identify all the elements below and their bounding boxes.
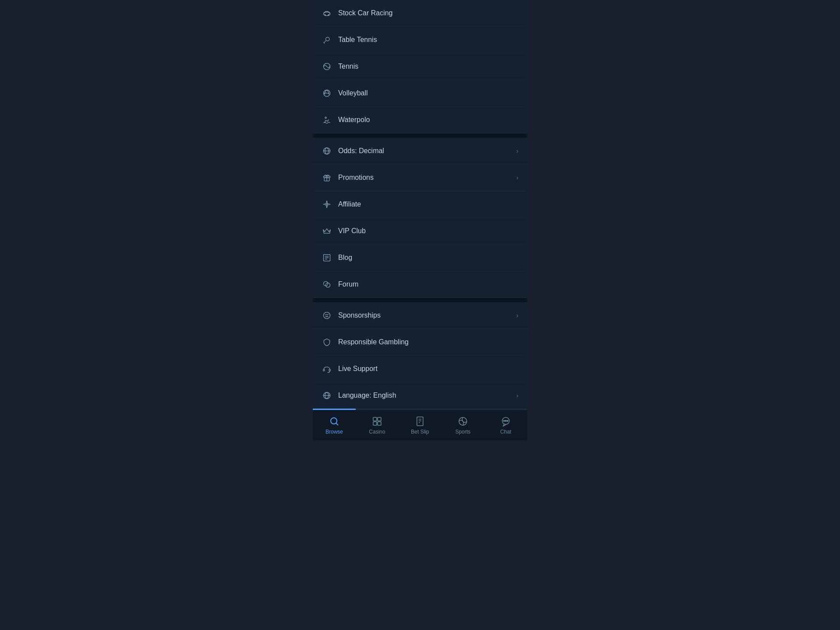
svg-point-3 (326, 37, 329, 41)
browse-icon (329, 416, 340, 427)
table-tennis-icon (322, 35, 332, 45)
sponsorships-chevron: › (516, 312, 518, 319)
menu-item-tennis[interactable]: Tennis (313, 53, 527, 80)
menu-item-live-support[interactable]: Live Support (313, 356, 527, 382)
waterpolo-icon (322, 115, 332, 125)
language-chevron: › (516, 392, 518, 399)
svg-point-2 (328, 14, 329, 16)
menu-label-odds-decimal: Odds: Decimal (338, 147, 516, 155)
menu-item-affiliate[interactable]: Affiliate (313, 191, 527, 218)
nav-item-sports[interactable]: Sports (441, 410, 484, 441)
svg-point-26 (331, 418, 337, 424)
nav-item-browse[interactable]: Browse (313, 409, 356, 441)
svg-rect-28 (373, 417, 377, 421)
menu-label-table-tennis: Table Tennis (338, 36, 518, 44)
bottom-nav: Browse Casino Be (313, 409, 527, 441)
menu-label-stock-car-racing: Stock Car Racing (338, 9, 518, 17)
svg-point-40 (507, 420, 508, 421)
sponsorships-icon (322, 310, 332, 321)
promotions-chevron: › (516, 174, 518, 181)
menu-label-promotions: Promotions (338, 174, 516, 182)
nav-item-bet-slip[interactable]: Bet Slip (399, 410, 441, 441)
menu-label-waterpolo: Waterpolo (338, 116, 518, 124)
menu-item-language-english[interactable]: Language: English › (313, 382, 527, 409)
forum-icon (322, 279, 332, 290)
svg-rect-29 (378, 417, 381, 421)
menu-label-vip-club: VIP Club (338, 227, 518, 235)
menu-item-stock-car-racing[interactable]: Stock Car Racing (313, 0, 527, 27)
menu-item-responsible-gambling[interactable]: Responsible Gambling (313, 329, 527, 356)
menu-label-live-support: Live Support (338, 365, 518, 373)
svg-rect-23 (329, 369, 330, 371)
menu-label-tennis: Tennis (338, 63, 518, 70)
svg-point-38 (504, 420, 504, 421)
menu-item-table-tennis[interactable]: Table Tennis (313, 27, 527, 53)
sports-section: Stock Car Racing Table Tennis (313, 0, 527, 133)
nav-label-bet-slip: Bet Slip (411, 429, 429, 435)
svg-point-8 (325, 117, 326, 118)
odds-chevron: › (516, 147, 518, 154)
nav-label-browse: Browse (326, 429, 343, 435)
nav-label-chat: Chat (500, 429, 511, 435)
divider-1 (313, 133, 527, 138)
menu-label-responsible-gambling: Responsible Gambling (338, 338, 518, 346)
menu-item-volleyball[interactable]: Volleyball (313, 80, 527, 107)
vip-club-icon (322, 226, 332, 236)
svg-line-4 (324, 41, 326, 43)
menu-label-affiliate: Affiliate (338, 200, 518, 208)
affiliate-icon (322, 199, 332, 210)
footer-section: Sponsorships › Responsible Gambling (313, 302, 527, 409)
casino-icon (371, 416, 383, 427)
menu-item-blog[interactable]: Blog (313, 245, 527, 271)
nav-item-chat[interactable]: Chat (484, 410, 527, 441)
language-icon (322, 390, 332, 401)
phone-container: Stock Car Racing Table Tennis (313, 0, 527, 441)
menu-label-sponsorships: Sponsorships (338, 312, 516, 319)
menu-label-forum: Forum (338, 280, 518, 288)
menu-list: Stock Car Racing Table Tennis (313, 0, 527, 409)
menu-item-forum[interactable]: Forum (313, 271, 527, 298)
chat-icon (500, 416, 511, 427)
svg-point-1 (324, 14, 326, 16)
settings-section: Odds: Decimal › Promotions › (313, 138, 527, 191)
menu-item-waterpolo[interactable]: Waterpolo (313, 107, 527, 133)
menu-label-volleyball: Volleyball (338, 89, 518, 97)
blog-icon (322, 252, 332, 263)
tennis-icon (322, 61, 332, 72)
stock-car-racing-icon (322, 8, 332, 18)
menu-label-blog: Blog (338, 254, 518, 262)
menu-item-vip-club[interactable]: VIP Club (313, 218, 527, 245)
svg-point-39 (505, 420, 506, 421)
bet-slip-icon (414, 416, 426, 427)
menu-item-promotions[interactable]: Promotions › (313, 164, 527, 191)
svg-rect-32 (417, 417, 423, 426)
nav-label-casino: Casino (369, 429, 385, 435)
nav-item-casino[interactable]: Casino (356, 410, 399, 441)
menu-item-sponsorships[interactable]: Sponsorships › (313, 302, 527, 329)
svg-point-21 (324, 312, 330, 319)
nav-label-sports: Sports (455, 429, 471, 435)
sports-icon (457, 416, 469, 427)
volleyball-icon (322, 88, 332, 98)
svg-rect-30 (373, 422, 377, 425)
divider-2 (313, 298, 527, 302)
odds-icon (322, 146, 332, 156)
svg-rect-31 (378, 422, 381, 425)
live-support-icon (322, 364, 332, 374)
menu-label-language-english: Language: English (338, 392, 516, 399)
svg-line-27 (336, 423, 338, 425)
links-section: Affiliate VIP Club (313, 191, 527, 298)
responsible-gambling-icon (322, 337, 332, 347)
promotions-icon (322, 172, 332, 183)
svg-rect-22 (323, 369, 325, 371)
menu-item-odds-decimal[interactable]: Odds: Decimal › (313, 138, 527, 164)
